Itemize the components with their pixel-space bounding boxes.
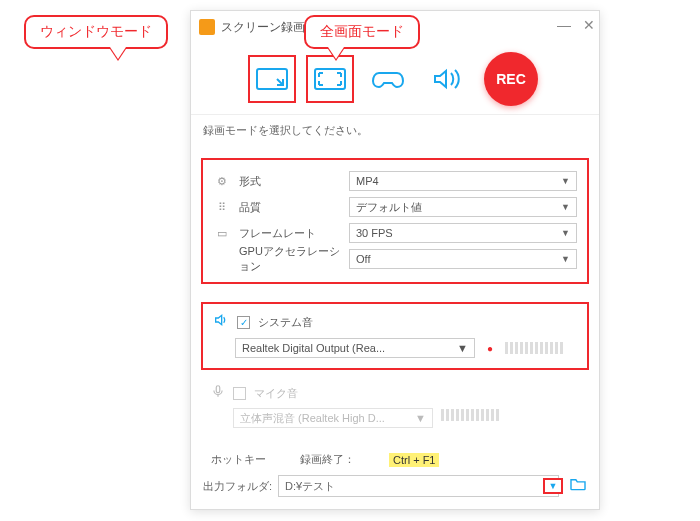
gpu-icon [213, 252, 231, 266]
svg-rect-2 [216, 386, 220, 393]
hotkey-row: ホットキー 録画終了： Ctrl + F1 [211, 452, 579, 467]
framerate-select[interactable]: 30 FPS ▼ [349, 223, 577, 243]
framerate-icon: ▭ [213, 226, 231, 240]
app-window: スクリーン録画 — ✕ [190, 10, 600, 510]
callout-fullscreen-mode: 全画面モード [304, 15, 420, 49]
framerate-value: 30 FPS [356, 227, 393, 239]
gamepad-icon [371, 65, 405, 93]
quality-icon: ⠿ [213, 200, 231, 214]
browse-folder-button[interactable] [569, 477, 587, 495]
hotkey-action: 録画終了： [300, 452, 355, 467]
output-path: D:¥テスト [285, 479, 335, 494]
chevron-down-icon: ▼ [415, 412, 426, 424]
speaker-icon [213, 312, 229, 332]
window-mode-button[interactable] [252, 59, 292, 99]
speaker-icon [429, 65, 463, 93]
system-audio-checkbox[interactable]: ✓ [237, 316, 250, 329]
quality-select[interactable]: デフォルト値 ▼ [349, 197, 577, 217]
video-settings-group: ⚙ 形式 MP4 ▼ ⠿ 品質 デフォルト値 ▼ ▭ フレームレート 30 FP… [201, 158, 589, 284]
gpu-label: GPUアクセラレーション [239, 244, 349, 274]
mic-group: ✓ マイク音 立体声混音 (Realtek High D... ▼ [211, 384, 579, 428]
format-icon: ⚙ [213, 174, 231, 188]
callout-text: 全画面モード [320, 23, 404, 39]
mic-header: ✓ マイク音 [211, 384, 579, 402]
minimize-button[interactable]: — [557, 17, 571, 33]
row-quality: ⠿ 品質 デフォルト値 ▼ [213, 194, 577, 220]
row-format: ⚙ 形式 MP4 ▼ [213, 168, 577, 194]
row-gpu: GPUアクセラレーション Off ▼ [213, 246, 577, 272]
hotkey-label: ホットキー [211, 452, 266, 467]
hotkey-combo: Ctrl + F1 [389, 453, 439, 467]
chevron-down-icon: ▼ [561, 176, 570, 186]
app-title: スクリーン録画 [221, 19, 305, 36]
record-button[interactable]: REC [484, 52, 538, 106]
mic-device: 立体声混音 (Realtek High D... [240, 411, 385, 426]
record-label: REC [496, 71, 526, 87]
output-dropdown-button[interactable]: ▼ [543, 478, 563, 494]
audio-mode-button[interactable] [426, 59, 466, 99]
close-button[interactable]: ✕ [583, 17, 595, 33]
system-audio-label: システム音 [258, 315, 313, 330]
recording-indicator-icon: ● [483, 343, 497, 354]
game-mode-button[interactable] [368, 59, 408, 99]
format-value: MP4 [356, 175, 379, 187]
system-audio-group: ✓ システム音 Realtek Digital Output (Rea... ▼… [201, 302, 589, 370]
mic-icon [211, 384, 225, 402]
vu-meter [441, 409, 513, 421]
output-label: 出力フォルダ: [203, 479, 272, 494]
gpu-value: Off [356, 253, 370, 265]
mic-checkbox[interactable]: ✓ [233, 387, 246, 400]
vu-meter [505, 342, 577, 354]
row-framerate: ▭ フレームレート 30 FPS ▼ [213, 220, 577, 246]
chevron-down-icon: ▼ [561, 254, 570, 264]
chevron-down-icon: ▼ [561, 228, 570, 238]
output-path-field[interactable]: D:¥テスト [278, 475, 559, 497]
gpu-select[interactable]: Off ▼ [349, 249, 577, 269]
mode-hint: 録画モードを選択してください。 [191, 115, 599, 146]
fullscreen-mode-button[interactable] [310, 59, 350, 99]
system-audio-device-select[interactable]: Realtek Digital Output (Rea... ▼ [235, 338, 475, 358]
mic-device-select[interactable]: 立体声混音 (Realtek High D... ▼ [233, 408, 433, 428]
format-select[interactable]: MP4 ▼ [349, 171, 577, 191]
toolbar: REC [191, 43, 599, 115]
output-row: 出力フォルダ: D:¥テスト ▼ [191, 475, 599, 497]
chevron-down-icon: ▼ [561, 202, 570, 212]
callout-window-mode: ウィンドウモード [24, 15, 168, 49]
mic-label: マイク音 [254, 386, 298, 401]
callout-text: ウィンドウモード [40, 23, 152, 39]
system-audio-device: Realtek Digital Output (Rea... [242, 342, 385, 354]
format-label: 形式 [239, 174, 349, 189]
system-audio-row: Realtek Digital Output (Rea... ▼ ● [213, 338, 577, 358]
folder-icon [569, 477, 587, 491]
chevron-down-icon: ▼ [457, 342, 468, 354]
fullscreen-icon [313, 65, 347, 93]
framerate-label: フレームレート [239, 226, 349, 241]
window-mode-icon [255, 65, 289, 93]
quality-value: デフォルト値 [356, 200, 422, 215]
chevron-down-icon: ▼ [549, 481, 558, 491]
quality-label: 品質 [239, 200, 349, 215]
system-audio-header: ✓ システム音 [213, 312, 577, 332]
app-icon [199, 19, 215, 35]
